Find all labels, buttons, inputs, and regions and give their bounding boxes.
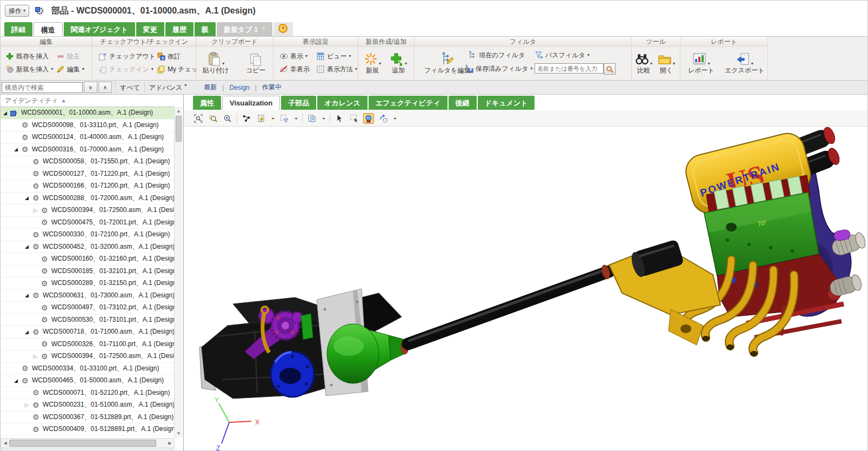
config-latest-link[interactable]: 最新: [204, 83, 217, 92]
tree-row[interactable]: ⚙ WCDS000409、01-5128891.prt、A.1 (Design): [1, 423, 175, 436]
revise-button[interactable]: B 改訂: [155, 51, 182, 62]
tree-row[interactable]: ⚙ WCDS000166、01-71200.prt、A.1 (Design): [1, 180, 175, 193]
expander-icon[interactable]: ◢: [25, 244, 32, 249]
show-button[interactable]: 表示▾: [278, 51, 309, 62]
open-button[interactable]: ▾ 開く: [658, 50, 675, 75]
search-next-button[interactable]: ∨: [84, 82, 97, 93]
expander-icon[interactable]: ▷: [25, 402, 32, 408]
tab-successor[interactable]: 後継: [449, 96, 477, 110]
tree-row[interactable]: ⚙ WCDS000289、01-32150.prt、A.1 (Design): [1, 277, 175, 290]
tree-row[interactable]: ⚙ WCDS000124、01-40000.asm、A.1 (Design): [1, 131, 175, 144]
tree-row[interactable]: ▷ ⚙ WCDS000394、01-72500.asm、A.1 (Design): [1, 204, 175, 217]
select-pointer-icon[interactable]: [334, 113, 345, 124]
expander-icon[interactable]: ▷: [34, 208, 41, 213]
remove-button[interactable]: 除去: [55, 51, 82, 62]
horizontal-scrollbar[interactable]: ◀ ▶: [1, 438, 175, 448]
advanced-search-button[interactable]: アドバンス▾: [144, 82, 191, 93]
add-tab-button[interactable]: +: [273, 22, 293, 36]
expander-icon[interactable]: ◢: [14, 147, 22, 152]
render-3d-icon[interactable]: [363, 113, 374, 124]
tab-attributes[interactable]: 属性: [193, 96, 221, 110]
tab-effectivity[interactable]: エフェクティビティ: [369, 96, 448, 110]
tree-row[interactable]: ◢ ⚙ WCDS000718、01-71000.asm、A.1 (Design): [1, 326, 175, 339]
area-select-icon[interactable]: [349, 113, 359, 124]
search-prev-button[interactable]: ∧: [98, 82, 112, 93]
tree-row[interactable]: ◢ ⚙ WCDS000631、01-73000.asm、A.1 (Design): [1, 290, 175, 302]
expander-icon[interactable]: ◢: [25, 293, 32, 298]
search-button[interactable]: [604, 63, 616, 75]
checkout-button[interactable]: チェックアウト: [97, 51, 157, 62]
tree-row[interactable]: ◢ ⚙ WCDS000465、01-50000.asm、A.1 (Design): [1, 375, 175, 387]
scroll-left-icon[interactable]: ◀: [1, 439, 9, 448]
tree-row[interactable]: ▷ ⚙ WCDS000394、01-72500.asm、A.1 (Design): [1, 350, 175, 363]
chevron-down-icon[interactable]: [321, 113, 326, 124]
chevron-down-icon[interactable]: [270, 113, 275, 124]
expander-icon[interactable]: ◢: [3, 110, 11, 116]
zoom-fit-icon[interactable]: [193, 113, 204, 124]
path-filter-button[interactable]: パスフィルタ▾: [533, 50, 591, 61]
export-button[interactable]: ▾ エクスポート: [725, 50, 764, 75]
insert-new-button[interactable]: 新規を挿入▾: [4, 64, 55, 75]
scroll-right-icon[interactable]: ▶: [166, 439, 174, 448]
tab-related-objects[interactable]: 関連オブジェクト: [64, 22, 135, 36]
tab-history[interactable]: 履歴: [165, 22, 193, 36]
report-button[interactable]: ▾ レポート: [688, 50, 715, 75]
tree-row[interactable]: ◢ ⚙ WCDS000452、01-32000.asm、A.1 (Design): [1, 241, 175, 254]
add-button[interactable]: ▾ 追加: [390, 50, 407, 75]
tree-column-header[interactable]: アイデンティティ ▲: [1, 95, 175, 107]
copy-button[interactable]: コピー: [246, 50, 266, 75]
tree-row[interactable]: ⚙ WCDS000475、01-72001.prt、A.1 (Design): [1, 217, 175, 229]
edit-button[interactable]: 編集▾: [55, 64, 86, 75]
tree-row[interactable]: ⚙ WCDS000071、01-52120.prt、A.1 (Design): [1, 387, 175, 400]
tab-children[interactable]: 子部品: [281, 96, 316, 110]
structure-search-input[interactable]: [2, 82, 83, 93]
scroll-down-icon[interactable]: ▼: [175, 429, 183, 437]
config-design-link[interactable]: Design: [229, 84, 249, 91]
tab-occurrences[interactable]: オカレンス: [317, 96, 368, 110]
new-button[interactable]: ▾ 新規: [364, 50, 381, 75]
chevron-down-icon[interactable]: [392, 113, 397, 124]
tree-row[interactable]: ⚙ WCDS000330、01-72100.prt、A.1 (Design): [1, 229, 175, 241]
tree-row[interactable]: ⚙ WCDS000334、01-33100.prt、A.1 (Design): [1, 363, 175, 375]
chevron-down-icon[interactable]: [293, 113, 298, 124]
display-method-button[interactable]: 表示方法▾: [315, 64, 359, 75]
expander-icon[interactable]: ▷: [34, 354, 41, 359]
review-reset-icon[interactable]: [378, 113, 389, 124]
tab-visualization[interactable]: Visualization: [222, 96, 280, 110]
tab-new-tab[interactable]: 新規タブ 1 ×: [217, 22, 272, 36]
structure-links-icon[interactable]: [241, 113, 252, 124]
scroll-up-icon[interactable]: ▲: [175, 107, 183, 115]
tree-row[interactable]: ◢ ⚙ WCDS000288、01-72000.asm、A.1 (Design): [1, 193, 175, 205]
vertical-scrollbar[interactable]: ▲ ▼: [174, 107, 183, 437]
tree-row[interactable]: ⚙ WCDS000185、01-32101.prt、A.1 (Design): [1, 266, 175, 278]
expander-icon[interactable]: ◢: [25, 195, 32, 201]
tree-row[interactable]: ⚙ WCDS000367、01-512889.prt、A.1 (Design): [1, 412, 175, 424]
close-icon[interactable]: ×: [262, 25, 265, 36]
copy-view-icon[interactable]: [306, 113, 317, 124]
checkin-button[interactable]: チェックイン▾: [97, 64, 155, 75]
expander-icon[interactable]: ◢: [25, 329, 32, 335]
tab-structure[interactable]: 構造: [34, 22, 63, 36]
tree-row[interactable]: ⚙ WCDS000160、01-32160.prt、A.1 (Design): [1, 253, 175, 266]
zoom-in-icon[interactable]: [222, 113, 233, 124]
hide-button[interactable]: 非表示: [278, 64, 311, 75]
compare-button[interactable]: ▾ 比較: [635, 50, 652, 75]
config-working-link[interactable]: 作業中: [262, 83, 282, 92]
scrollbar-thumb[interactable]: [176, 116, 182, 142]
zoom-window-icon[interactable]: [208, 113, 218, 124]
saved-filter-button[interactable]: 保存済みフィルタ▾: [463, 63, 534, 74]
current-filter-button[interactable]: 現在のフィルタ: [466, 50, 526, 61]
view-button[interactable]: ビュー▾: [315, 51, 353, 62]
insert-existing-button[interactable]: 既存を挿入: [4, 51, 50, 62]
tree-row[interactable]: ⚙ WCDS000497、01-73102.prt、A.1 (Design): [1, 302, 175, 314]
tab-details[interactable]: 詳細: [4, 22, 32, 36]
tree-row[interactable]: ◢ ⚙ WCDS000001、01-10000.asm、A.1 (Design): [1, 107, 175, 120]
expander-icon[interactable]: ◢: [14, 378, 22, 383]
scope-all-button[interactable]: すべて: [115, 82, 144, 93]
tree-row[interactable]: ◢ ⚙ WCDS000316、01-70000.asm、A.1 (Design): [1, 144, 175, 156]
tree-row[interactable]: ⚙ WCDS000530、01-73101.prt、A.1 (Design): [1, 314, 175, 327]
import-list-icon[interactable]: [256, 113, 266, 124]
tree-row[interactable]: ⚙ WCDS000127、01-71220.prt、A.1 (Design): [1, 168, 175, 181]
paste-button[interactable]: ▾ 貼り付け: [203, 50, 229, 75]
tree-row[interactable]: ⚙ WCDS000326、01-71100.prt、A.1 (Design): [1, 339, 175, 351]
